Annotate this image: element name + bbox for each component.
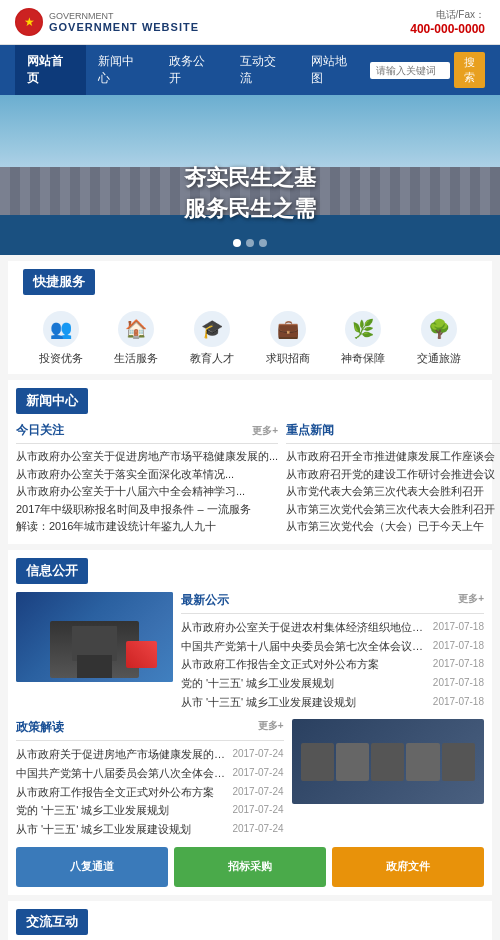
info-policy-item[interactable]: 党的 '十三五' 城乡工业发展规划 2017-07-24 xyxy=(16,801,284,820)
info-title: 信息公开 xyxy=(16,558,88,584)
news-item[interactable]: 从市政府办公室关于十八届六中全会精神学习... xyxy=(16,483,278,501)
info-section: 信息公开 最新公示 更多+ 从市政府办公室关于促进农村集体经济组织地位（2017… xyxy=(8,550,492,895)
news-item[interactable]: 解读：2016年城市建设统计年鉴九人九十 xyxy=(16,518,278,536)
search-input[interactable] xyxy=(370,62,450,79)
news-item[interactable]: 2017年中级职称报名时间及申报条件 – 一流服务 xyxy=(16,501,278,519)
info-card-tender[interactable]: 招标采购 xyxy=(174,847,326,887)
quick-icon-5: 🌳 xyxy=(421,311,457,347)
quick-services-grid: 👥 投资优务 🏠 生活服务 🎓 教育人才 💼 求职招商 🌿 神奇保障 🌳 交通旅… xyxy=(23,311,477,366)
news-col-important: 重点新闻 更多+ 从市政府召开全市推进健康发展工作座谈会（大发展） 2017-0… xyxy=(286,422,500,536)
info-right-more[interactable]: 更多+ xyxy=(458,592,484,609)
news-title: 新闻中心 xyxy=(16,388,88,414)
banner: 夯实民生之基 服务民生之需 xyxy=(0,95,500,255)
info-policy-title: 政策解读 更多+ xyxy=(16,719,284,741)
news-grid: 今日关注 更多+ 从市政府办公室关于促进房地产市场平稳健康发展的... 从市政府… xyxy=(16,422,484,536)
quick-label-1: 生活服务 xyxy=(114,351,158,366)
quick-services: 快捷服务 👥 投资优务 🏠 生活服务 🎓 教育人才 💼 求职招商 🌿 神奇保障 … xyxy=(8,261,492,374)
header-logo: ★ GOVERNMENT GOVERNMENT WEBSITE xyxy=(15,8,199,36)
info-card-channel[interactable]: 八复通道 xyxy=(16,847,168,887)
news-item[interactable]: 从市党代表大会第三次代表大会胜利召开 2017-07-18 xyxy=(286,483,500,501)
logo-star: ★ xyxy=(24,15,35,29)
info-right-title: 最新公示 更多+ xyxy=(181,592,484,614)
quick-item-1[interactable]: 🏠 生活服务 xyxy=(114,311,158,366)
info-bottom-grid: 政策解读 更多+ 从市政府关于促进房地产市场健康发展的补充意见 2017-07-… xyxy=(16,719,484,838)
quick-services-title: 快捷服务 xyxy=(23,269,95,295)
quick-icon-3: 💼 xyxy=(270,311,306,347)
quick-label-2: 教育人才 xyxy=(190,351,234,366)
news-item[interactable]: 从市政府办公室关于落实全面深化改革情况... xyxy=(16,466,278,484)
banner-dot-2[interactable] xyxy=(246,239,254,247)
nav-item-info[interactable]: 政务公开 xyxy=(157,45,228,95)
quick-label-5: 交通旅游 xyxy=(417,351,461,366)
info-meeting-image xyxy=(292,719,484,804)
gov-title: GOVERNMENT WEBSITE xyxy=(49,21,199,33)
phone-number: 400-000-0000 xyxy=(410,22,485,36)
news-item[interactable]: 从市政府召开党的建设工作研讨会推进会议 2017-07-18 xyxy=(286,466,500,484)
quick-item-2[interactable]: 🎓 教育人才 xyxy=(190,311,234,366)
quick-item-4[interactable]: 🌿 神奇保障 xyxy=(341,311,385,366)
news-item[interactable]: 从市第三次党代会（大会）已于今天上午 2017-07-18 xyxy=(286,518,500,536)
quick-icon-1: 🏠 xyxy=(118,311,154,347)
quick-label-3: 求职招商 xyxy=(266,351,310,366)
info-policy-item[interactable]: 从市政府关于促进房地产市场健康发展的补充意见 2017-07-24 xyxy=(16,745,284,764)
quick-label-4: 神奇保障 xyxy=(341,351,385,366)
header-title-group: GOVERNMENT GOVERNMENT WEBSITE xyxy=(49,11,199,33)
news-col-title-1: 重点新闻 更多+ xyxy=(286,422,500,444)
quick-item-3[interactable]: 💼 求职招商 xyxy=(266,311,310,366)
header-contact: 电话/Fax： 400-000-0000 xyxy=(410,8,485,36)
info-policy-item[interactable]: 中国共产党第十八届委员会第八次全体会议公报 2017-07-24 xyxy=(16,764,284,783)
banner-dot-1[interactable] xyxy=(233,239,241,247)
news-item[interactable]: 从市政府办公室关于促进房地产市场平稳健康发展的... xyxy=(16,448,278,466)
main-nav: 网站首页 新闻中心 政务公开 互动交流 网站地图 搜索 xyxy=(0,45,500,95)
nav-item-map[interactable]: 网站地图 xyxy=(299,45,370,95)
info-list-item[interactable]: 从市政府工作报告全文正式对外公布方案 2017-07-18 xyxy=(181,655,484,674)
info-cards: 八复通道 招标采购 政府文件 xyxy=(16,847,484,887)
logo-emblem: ★ xyxy=(15,8,43,36)
quick-icon-2: 🎓 xyxy=(194,311,230,347)
banner-dot-3[interactable] xyxy=(259,239,267,247)
info-policy-item[interactable]: 从市 '十三五' 城乡工业发展建设规划 2017-07-24 xyxy=(16,820,284,839)
news-more-0[interactable]: 更多+ xyxy=(252,424,278,438)
phone-label: 电话/Fax： xyxy=(410,8,485,22)
header: ★ GOVERNMENT GOVERNMENT WEBSITE 电话/Fax： … xyxy=(0,0,500,45)
news-item[interactable]: 从市政府召开全市推进健康发展工作座谈会（大发展） 2017-07-18 xyxy=(286,448,500,466)
news-col-attention: 今日关注 更多+ 从市政府办公室关于促进房地产市场平稳健康发展的... 从市政府… xyxy=(16,422,278,536)
info-grid: 最新公示 更多+ 从市政府办公室关于促进农村集体经济组织地位（2017） 201… xyxy=(16,592,484,711)
info-main-image xyxy=(16,592,173,682)
nav-item-news[interactable]: 新闻中心 xyxy=(86,45,157,95)
quick-label-0: 投资优务 xyxy=(39,351,83,366)
news-col-title-0: 今日关注 更多+ xyxy=(16,422,278,444)
exchange-title: 交流互动 xyxy=(16,909,88,935)
info-list-item[interactable]: 从市政府办公室关于促进农村集体经济组织地位（2017） 2017-07-18 xyxy=(181,618,484,637)
search-button[interactable]: 搜索 xyxy=(454,52,485,88)
banner-text: 夯实民生之基 服务民生之需 xyxy=(0,163,500,225)
quick-item-5[interactable]: 🌳 交通旅游 xyxy=(417,311,461,366)
news-item[interactable]: 从市第三次党代会第三次代表大会胜利召开 2017-07-18 xyxy=(286,501,500,519)
nav-item-home[interactable]: 网站首页 xyxy=(15,45,86,95)
nav-search: 搜索 xyxy=(370,52,485,88)
exchange-section: 交流互动 留言咨询 更多+ 院征询热点问题意见上述几点上书上书 征询关于进行以下… xyxy=(8,901,492,940)
gov-subtitle: GOVERNMENT xyxy=(49,11,199,21)
quick-icon-0: 👥 xyxy=(43,311,79,347)
banner-line2: 服务民生之需 xyxy=(0,194,500,225)
nav-item-exchange[interactable]: 互动交流 xyxy=(228,45,299,95)
info-list-item[interactable]: 中国共产党第十八届中央委员会第七次全体会议公报第 2017-07-18 xyxy=(181,637,484,656)
banner-dots xyxy=(233,239,267,247)
quick-icon-4: 🌿 xyxy=(345,311,381,347)
news-section: 新闻中心 今日关注 更多+ 从市政府办公室关于促进房地产市场平稳健康发展的...… xyxy=(8,380,492,544)
info-list-item[interactable]: 党的 '十三五' 城乡工业发展规划 2017-07-18 xyxy=(181,674,484,693)
banner-line1: 夯实民生之基 xyxy=(0,163,500,194)
info-card-document[interactable]: 政府文件 xyxy=(332,847,484,887)
info-policy-item[interactable]: 从市政府工作报告全文正式对外公布方案 2017-07-24 xyxy=(16,783,284,802)
info-right-col: 最新公示 更多+ 从市政府办公室关于促进农村集体经济组织地位（2017） 201… xyxy=(181,592,484,711)
info-list-item[interactable]: 从市 '十三五' 城乡工业发展建设规划 2017-07-18 xyxy=(181,693,484,712)
info-policy-col: 政策解读 更多+ 从市政府关于促进房地产市场健康发展的补充意见 2017-07-… xyxy=(16,719,284,838)
quick-item-0[interactable]: 👥 投资优务 xyxy=(39,311,83,366)
info-bottom-more[interactable]: 更多+ xyxy=(258,719,284,736)
